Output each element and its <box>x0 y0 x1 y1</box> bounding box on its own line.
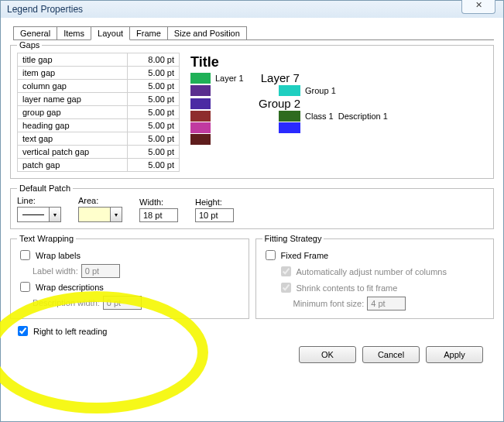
tab-general[interactable]: General <box>13 26 57 39</box>
min-font-label: Minimum font size: <box>293 299 365 308</box>
table-row: layer name gap5.00 pt <box>18 93 180 106</box>
default-patch-group: Default Patch Line: ▾ Area: ▾ <box>10 184 494 229</box>
wrap-labels-checkbox[interactable] <box>20 250 30 260</box>
preview-layer1: Layer 1 <box>215 74 244 83</box>
chevron-down-icon[interactable]: ▾ <box>50 207 61 222</box>
fixed-frame-checkbox[interactable] <box>266 250 276 260</box>
window-title: Legend Properties <box>7 4 83 15</box>
height-label: Height: <box>195 197 234 207</box>
label-width-label: Label width: <box>33 266 78 276</box>
table-row: vertical patch gap5.00 pt <box>18 146 180 159</box>
table-row: heading gap5.00 pt <box>18 119 180 132</box>
preview-title: Title <box>190 54 388 70</box>
fitting-strategy-group: Fitting Strategy Fixed Frame Automatical… <box>255 234 495 319</box>
tab-layout[interactable]: Layout <box>91 26 130 40</box>
description-width-input <box>103 296 142 310</box>
legend-preview: Title Layer 1 Layer 7 Group 1 <box>190 53 388 146</box>
table-row: patch gap5.00 pt <box>18 159 180 172</box>
auto-columns-checkbox <box>281 266 291 276</box>
cancel-button[interactable]: Cancel <box>362 346 420 363</box>
table-row: text gap5.00 pt <box>18 132 180 146</box>
width-input[interactable] <box>139 208 178 222</box>
area-style-picker[interactable] <box>78 207 111 222</box>
preview-class1: Class 1 <box>305 112 334 121</box>
tab-size-position[interactable]: Size and Position <box>167 26 247 39</box>
width-label: Width: <box>139 197 178 207</box>
preview-group2: Group 2 <box>259 97 300 110</box>
swatch-icon <box>279 85 300 96</box>
rtl-label: Right to left reading <box>33 327 107 336</box>
close-icon: ✕ <box>475 0 482 9</box>
area-label: Area: <box>78 196 122 205</box>
shrink-contents-checkbox <box>281 283 291 293</box>
line-label: Line: <box>17 196 61 205</box>
swatch-icon <box>190 85 211 96</box>
tab-frame[interactable]: Frame <box>129 26 168 39</box>
preview-layer7: Layer 7 <box>261 71 300 84</box>
swatch-icon <box>279 122 300 133</box>
wrap-descriptions-label: Wrap descriptions <box>36 283 104 292</box>
chevron-down-icon[interactable]: ▾ <box>111 207 122 222</box>
legend-properties-dialog: Legend Properties ✕ General Items Layout… <box>0 0 504 422</box>
close-button[interactable]: ✕ <box>461 0 495 14</box>
table-row: item gap5.00 pt <box>18 67 180 80</box>
tab-items[interactable]: Items <box>57 26 91 39</box>
swatch-icon <box>190 98 211 109</box>
default-patch-legend: Default Patch <box>17 184 73 193</box>
ok-button[interactable]: OK <box>299 346 356 363</box>
wrap-labels-label: Wrap labels <box>36 251 81 260</box>
description-width-label: Description width: <box>33 298 100 307</box>
gaps-table: title gap8.00 pt item gap5.00 pt column … <box>17 53 180 172</box>
swatch-icon <box>279 111 300 122</box>
table-row: title gap8.00 pt <box>18 53 180 67</box>
swatch-icon <box>190 111 211 122</box>
gaps-group: Gaps title gap8.00 pt item gap5.00 pt co… <box>10 40 494 179</box>
apply-button[interactable]: Apply <box>426 346 483 363</box>
shrink-contents-label: Shrink contents to fit frame <box>297 283 398 293</box>
preview-desc1: Description 1 <box>338 112 388 121</box>
rtl-checkbox[interactable] <box>18 326 28 336</box>
min-font-input <box>367 297 406 310</box>
swatch-icon <box>190 73 211 84</box>
line-style-picker[interactable] <box>17 207 50 222</box>
preview-group1: Group 1 <box>305 86 336 95</box>
auto-columns-label: Automatically adjust number of columns <box>297 267 447 276</box>
table-row: group gap5.00 pt <box>18 106 180 119</box>
swatch-icon <box>190 122 211 133</box>
gaps-legend: Gaps <box>17 40 42 50</box>
text-wrapping-group: Text Wrapping Wrap labels Label width: W… <box>10 234 249 319</box>
table-row: column gap5.00 pt <box>18 80 180 93</box>
fitting-strategy-legend: Fitting Strategy <box>262 234 324 243</box>
wrap-descriptions-checkbox[interactable] <box>20 282 30 292</box>
tab-strip: General Items Layout Frame Size and Posi… <box>13 26 494 40</box>
swatch-icon <box>190 134 211 145</box>
text-wrapping-legend: Text Wrapping <box>17 234 76 243</box>
height-input[interactable] <box>195 208 234 222</box>
title-bar: Legend Properties ✕ <box>1 1 503 18</box>
fixed-frame-label: Fixed Frame <box>281 251 329 260</box>
label-width-input <box>81 264 120 278</box>
